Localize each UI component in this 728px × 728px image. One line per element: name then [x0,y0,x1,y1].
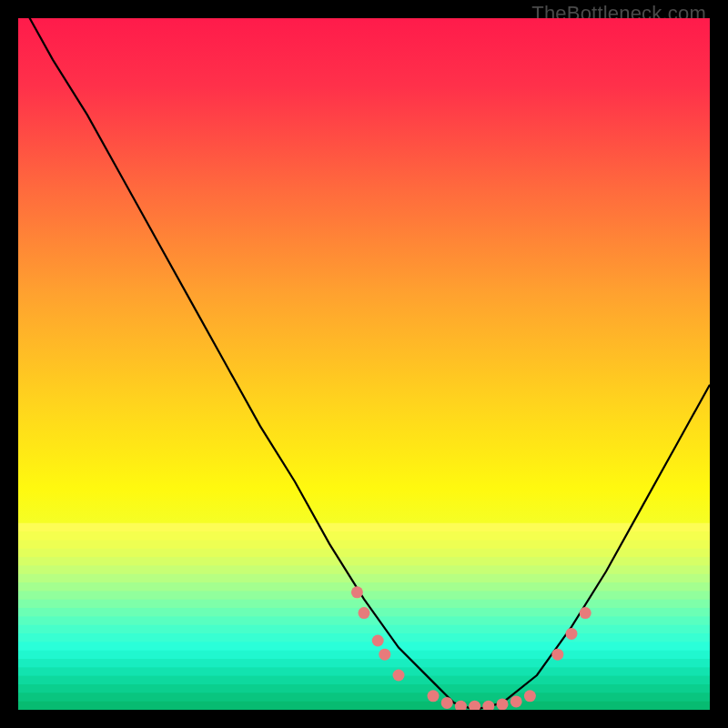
marker-dot [351,586,363,598]
svg-rect-7 [18,574,710,583]
marker-dot [524,690,536,702]
marker-dot [580,607,592,619]
marker-dot [511,695,522,707]
marker-dot [359,607,370,619]
svg-rect-8 [18,582,710,592]
svg-rect-20 [18,684,710,693]
svg-rect-16 [18,651,710,660]
svg-rect-3 [18,540,710,549]
svg-rect-19 [18,676,710,685]
svg-rect-22 [18,702,710,710]
marker-dot [551,649,563,661]
svg-rect-13 [18,625,710,634]
svg-rect-1 [18,523,710,532]
svg-rect-15 [18,642,710,651]
marker-dot [497,698,509,710]
svg-rect-4 [18,549,710,558]
chart-svg [18,18,710,710]
svg-rect-14 [18,633,710,642]
svg-rect-17 [18,659,710,668]
marker-dot [393,670,405,682]
marker-dot [566,628,578,640]
marker-dot [379,649,390,661]
marker-dot [372,635,384,647]
svg-rect-2 [18,531,710,541]
marker-dot [428,690,440,702]
svg-rect-5 [18,557,710,566]
marker-dot [441,697,453,709]
svg-rect-18 [18,667,710,676]
svg-rect-21 [18,693,710,702]
